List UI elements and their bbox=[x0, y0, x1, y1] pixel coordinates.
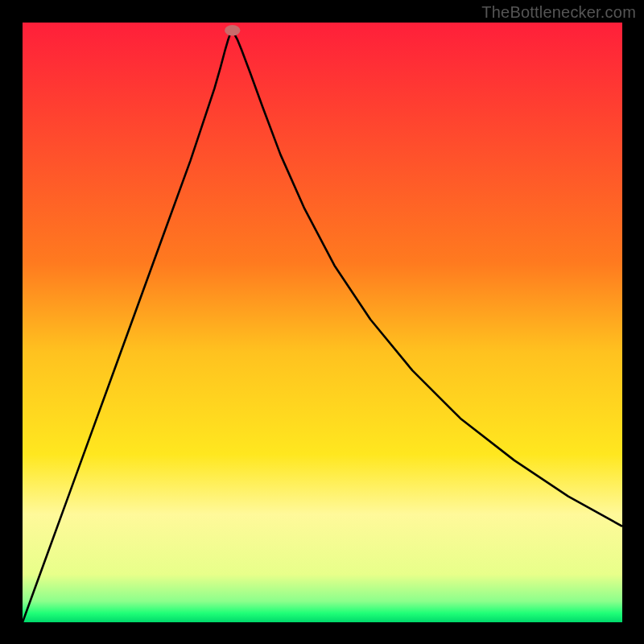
bottleneck-chart bbox=[23, 23, 622, 622]
gradient-background bbox=[23, 23, 622, 622]
optimal-point-marker bbox=[225, 25, 240, 35]
watermark-text: TheBottlenecker.com bbox=[481, 3, 636, 22]
